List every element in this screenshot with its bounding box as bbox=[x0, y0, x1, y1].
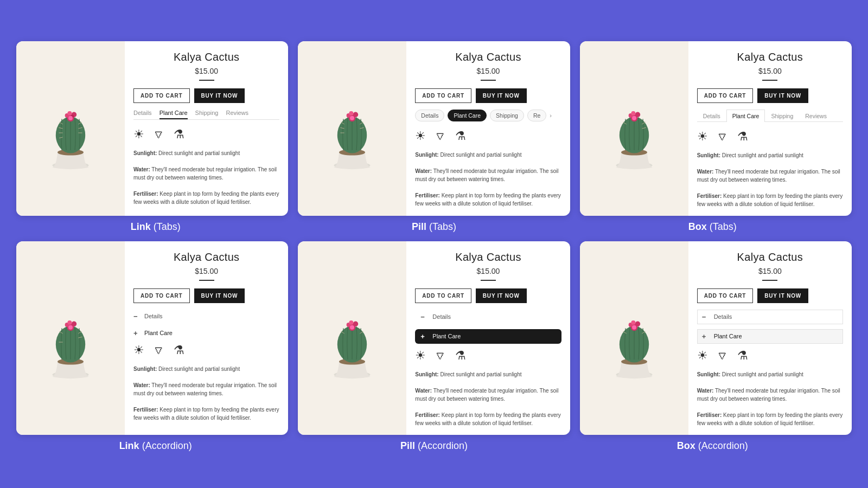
accordion-details-box[interactable]: − Details bbox=[697, 310, 843, 324]
card-pill-accordion: Kalya Cactus $15.00 ADD TO CART BUY IT N… bbox=[298, 241, 570, 435]
fertiliser-icon-3: ⚗ bbox=[737, 130, 748, 144]
tab-plantcare-1[interactable]: Plant Care bbox=[159, 110, 188, 119]
card-link-tabs: Kalya Cactus $15.00 ADD TO CART BUY IT N… bbox=[16, 41, 288, 216]
tab-shipping-1[interactable]: Shipping bbox=[195, 110, 219, 119]
svg-point-61 bbox=[350, 325, 354, 330]
product-price-1: $15.00 bbox=[133, 67, 279, 75]
accordion-plantcare-box[interactable]: + Plant Care bbox=[697, 329, 843, 344]
button-row-4: ADD TO CART BUY IT NOW bbox=[133, 288, 279, 303]
card-box-tabs: Kalya Cactus $15.00 ADD TO CART BUY IT N… bbox=[580, 41, 852, 216]
button-row-5: ADD TO CART BUY IT NOW bbox=[415, 288, 561, 303]
sun-icon-3: ☀ bbox=[697, 130, 708, 144]
buy-now-button-3[interactable]: BUY IT NOW bbox=[757, 88, 808, 103]
sun-icon-2: ☀ bbox=[415, 129, 426, 143]
product-image-4 bbox=[16, 241, 125, 435]
top-label-row: Link (Tabs) Pill (Tabs) Box (Tabs) bbox=[0, 219, 868, 238]
care-text-4: Sunlight: Direct sunlight and partial su… bbox=[133, 365, 279, 422]
care-text-6: Sunlight: Direct sunlight and partial su… bbox=[697, 370, 843, 427]
accordion-plantcare-pill[interactable]: + Plant Care bbox=[415, 329, 561, 344]
svg-point-51 bbox=[68, 325, 73, 330]
water-icon-5: 🜄 bbox=[435, 349, 446, 363]
product-price-5: $15.00 bbox=[415, 267, 561, 275]
svg-point-60 bbox=[349, 320, 354, 325]
add-to-cart-button-6[interactable]: ADD TO CART bbox=[697, 288, 754, 303]
card-content-link-tabs: Kalya Cactus $15.00 ADD TO CART BUY IT N… bbox=[125, 41, 288, 216]
accordion-plus-icon-6: + bbox=[702, 332, 710, 341]
tab-plantcare-3[interactable]: Plant Care bbox=[726, 110, 765, 122]
water-icon-6: 🜄 bbox=[717, 349, 729, 363]
svg-point-27 bbox=[349, 111, 354, 115]
svg-point-70 bbox=[631, 320, 635, 325]
box-tabs: Details Plant Care Shipping Reviews bbox=[697, 110, 843, 122]
tab-details-1[interactable]: Details bbox=[133, 110, 152, 119]
fertiliser-icon-4: ⚗ bbox=[174, 343, 184, 357]
svg-point-49 bbox=[72, 322, 77, 327]
price-divider-3 bbox=[762, 80, 777, 81]
tab-reviews-2[interactable]: Re bbox=[527, 110, 546, 121]
water-icon-2: 🜄 bbox=[435, 129, 446, 143]
add-to-cart-button-2[interactable]: ADD TO CART bbox=[415, 88, 471, 103]
svg-point-59 bbox=[353, 322, 359, 327]
label-pill-accordion: Pill (Accordion) bbox=[295, 440, 573, 452]
card-link-accordion: Kalya Cactus $15.00 ADD TO CART BUY IT N… bbox=[16, 241, 288, 435]
buy-now-button-5[interactable]: BUY IT NOW bbox=[476, 288, 527, 303]
svg-point-69 bbox=[635, 322, 640, 327]
button-row-6: ADD TO CART BUY IT NOW bbox=[697, 288, 843, 303]
label-box-tabs: Box (Tabs) bbox=[573, 221, 852, 233]
tab-plantcare-2[interactable]: Plant Care bbox=[448, 110, 487, 121]
sun-icon-4: ☀ bbox=[133, 343, 144, 357]
svg-point-15 bbox=[68, 115, 73, 120]
product-price-2: $15.00 bbox=[415, 67, 561, 75]
svg-point-38 bbox=[631, 111, 635, 115]
buy-now-button-2[interactable]: BUY IT NOW bbox=[476, 88, 527, 103]
label-link-tabs: Link (Tabs) bbox=[16, 221, 295, 233]
accordion-details-pill[interactable]: − Details bbox=[415, 310, 561, 324]
price-divider-4 bbox=[199, 280, 214, 281]
add-to-cart-button-3[interactable]: ADD TO CART bbox=[697, 88, 754, 103]
tab-details-2[interactable]: Details bbox=[415, 110, 444, 121]
accordion-minus-icon-5: − bbox=[420, 313, 428, 321]
accordion-details-label: Details bbox=[144, 313, 163, 319]
svg-point-28 bbox=[350, 115, 354, 120]
price-divider-2 bbox=[481, 80, 496, 81]
tab-details-3[interactable]: Details bbox=[697, 110, 726, 122]
product-image-1 bbox=[16, 41, 125, 216]
buy-now-button-1[interactable]: BUY IT NOW bbox=[194, 88, 245, 103]
product-price-4: $15.00 bbox=[133, 267, 279, 275]
buy-now-button-4[interactable]: BUY IT NOW bbox=[194, 288, 245, 303]
accordion-plantcare-label-6: Plant Care bbox=[714, 333, 742, 339]
tabs-more-2[interactable]: › bbox=[550, 112, 552, 119]
water-icon-1: 🜄 bbox=[153, 127, 165, 142]
sun-icon-5: ☀ bbox=[415, 349, 426, 363]
bottom-label-row: Link (Accordion) Pill (Accordion) Box (A… bbox=[0, 438, 868, 457]
accordion-details-label-5: Details bbox=[432, 313, 451, 320]
product-title-6: Kalya Cactus bbox=[697, 251, 843, 264]
product-title-1: Kalya Cactus bbox=[133, 51, 279, 63]
svg-point-71 bbox=[632, 325, 636, 330]
accordion-details-label-6: Details bbox=[714, 313, 732, 320]
svg-point-37 bbox=[635, 112, 640, 117]
fertiliser-icon-6: ⚗ bbox=[737, 349, 748, 363]
add-to-cart-button-5[interactable]: ADD TO CART bbox=[415, 288, 471, 303]
tab-reviews-3[interactable]: Reviews bbox=[799, 110, 833, 122]
price-divider-1 bbox=[199, 80, 214, 81]
price-divider-6 bbox=[762, 280, 777, 281]
button-row-3: ADD TO CART BUY IT NOW bbox=[697, 88, 843, 103]
product-price-6: $15.00 bbox=[697, 267, 843, 275]
icons-row-6: ☀ 🜄 ⚗ bbox=[697, 349, 843, 363]
button-row-2: ADD TO CART BUY IT NOW bbox=[415, 88, 561, 103]
tab-shipping-3[interactable]: Shipping bbox=[765, 110, 799, 122]
icons-row-4: ☀ 🜄 ⚗ bbox=[133, 343, 279, 357]
tab-reviews-1[interactable]: Reviews bbox=[226, 110, 248, 119]
product-image-2 bbox=[298, 41, 406, 216]
product-image-5 bbox=[298, 241, 406, 435]
product-image-6 bbox=[580, 241, 688, 435]
add-to-cart-button-4[interactable]: ADD TO CART bbox=[133, 288, 190, 303]
water-icon-4: 🜄 bbox=[153, 343, 165, 357]
accordion-plantcare-link[interactable]: + Plant Care bbox=[133, 326, 279, 340]
buy-now-button-6[interactable]: BUY IT NOW bbox=[757, 288, 808, 303]
accordion-details-link[interactable]: − Details bbox=[133, 310, 279, 323]
tab-shipping-2[interactable]: Shipping bbox=[490, 110, 524, 121]
svg-point-13 bbox=[67, 111, 72, 115]
add-to-cart-button-1[interactable]: ADD TO CART bbox=[133, 88, 190, 103]
